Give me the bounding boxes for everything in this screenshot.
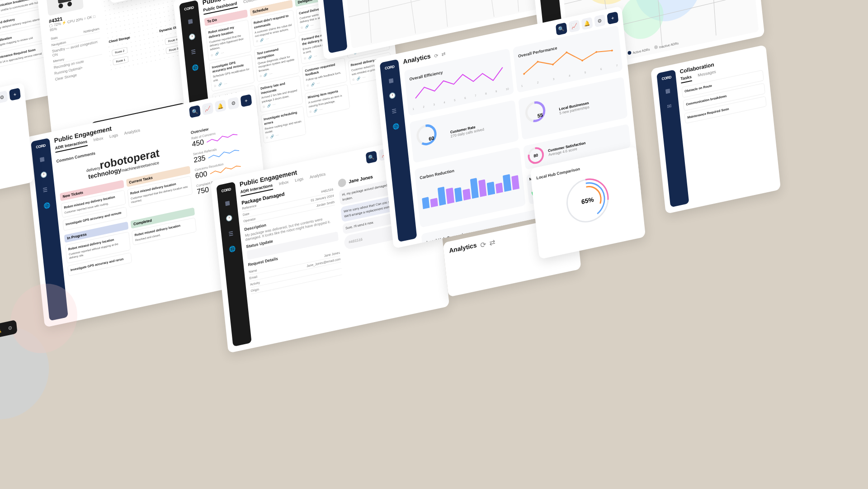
clock-icon[interactable]: 🕐: [187, 31, 197, 42]
bell-icon[interactable]: 🔔: [0, 325, 3, 335]
tab[interactable]: Analytics: [124, 128, 141, 138]
bg-map: [0, 264, 100, 474]
contact-name: Jane Jones: [349, 174, 373, 184]
share-icon[interactable]: ⇄: [441, 50, 446, 57]
search-button[interactable]: 🔍: [189, 105, 201, 118]
svg-point-16: [611, 49, 613, 52]
chart-button[interactable]: 📈: [568, 19, 580, 33]
kanban-card[interactable]: Investigate scheduling errorsReview rout…: [260, 106, 306, 143]
add-button[interactable]: +: [9, 87, 21, 100]
kanban-card[interactable]: Robot missed my delivery locationCustome…: [205, 19, 251, 61]
notify-button[interactable]: 🔔: [581, 17, 593, 30]
kanban-card[interactable]: Delivery late and inaccurateArrived 2 hr…: [257, 75, 303, 113]
brand-logo: CORD: [385, 64, 395, 70]
filter-icon[interactable]: ⚙: [6, 323, 14, 333]
tab[interactable]: Logs: [295, 176, 304, 185]
svg-point-14: [581, 59, 583, 62]
svg-point-1: [58, 3, 63, 9]
add-button[interactable]: +: [241, 94, 252, 107]
tab[interactable]: Inbox: [278, 179, 289, 188]
svg-point-15: [595, 51, 597, 53]
kanban-card[interactable]: Robot didn't respond to commandsA custom…: [250, 9, 296, 47]
svg-point-2: [67, 1, 72, 6]
clock-icon[interactable]: 🕐: [224, 213, 234, 223]
refresh-icon[interactable]: ⟳: [434, 52, 439, 59]
node[interactable]: Route 2: [112, 47, 128, 56]
search-button[interactable]: 🔍: [366, 151, 377, 164]
chart-button[interactable]: 📈: [202, 102, 213, 115]
add-button[interactable]: +: [607, 11, 618, 24]
brand-logo: CORD: [184, 5, 194, 11]
refresh-icon[interactable]: ⟳: [480, 239, 486, 249]
search-button[interactable]: 🔍: [556, 22, 567, 35]
collab-right: CORD ▦ ✉ Collaboration TasksMessages Obs…: [651, 44, 781, 214]
page-title: Analytics: [403, 52, 431, 65]
globe-icon[interactable]: 🌐: [190, 62, 200, 73]
grid-icon[interactable]: ▦: [386, 75, 396, 85]
layers-icon[interactable]: ☰: [226, 228, 236, 239]
globe-icon[interactable]: 🌐: [391, 121, 401, 132]
layers-icon[interactable]: ☰: [389, 105, 399, 116]
filter-button[interactable]: ⚙: [227, 96, 239, 109]
node[interactable]: Route 1: [113, 56, 129, 65]
clock-icon[interactable]: 🕐: [388, 90, 398, 101]
globe-icon[interactable]: 🌐: [227, 243, 237, 254]
avatar: [338, 178, 346, 188]
layers-icon[interactable]: ☰: [40, 185, 50, 195]
grid-icon[interactable]: ▦: [222, 197, 232, 208]
kanban-card[interactable]: Investigate GPS accuracy and rerouteSche…: [209, 54, 255, 91]
filter-button[interactable]: ⚙: [594, 14, 606, 27]
kanban-card[interactable]: Test command recognitionQueue diagnostic…: [254, 40, 300, 82]
globe-icon[interactable]: 🌐: [42, 200, 52, 211]
layers-icon[interactable]: ☰: [189, 47, 198, 57]
grid-icon[interactable]: ▦: [185, 16, 195, 27]
filter-button[interactable]: ⚙: [0, 90, 8, 103]
grid-icon[interactable]: ▦: [37, 154, 47, 165]
share-icon[interactable]: ⇄: [489, 237, 496, 247]
clock-icon[interactable]: 🕐: [39, 169, 49, 180]
notify-button[interactable]: 🔔: [215, 99, 226, 112]
tab[interactable]: Inbox: [93, 135, 104, 144]
tab[interactable]: Logs: [109, 133, 118, 141]
tab[interactable]: Analytics: [309, 171, 326, 181]
brand-logo: CORD: [221, 187, 231, 193]
stats-strip: 80%Happy CustomersCustomer Service 38%Ma…: [0, 82, 34, 210]
inbox-icon[interactable]: ✉: [665, 100, 675, 111]
grid-icon[interactable]: ▦: [663, 85, 673, 96]
brand-logo: CORD: [36, 143, 46, 149]
